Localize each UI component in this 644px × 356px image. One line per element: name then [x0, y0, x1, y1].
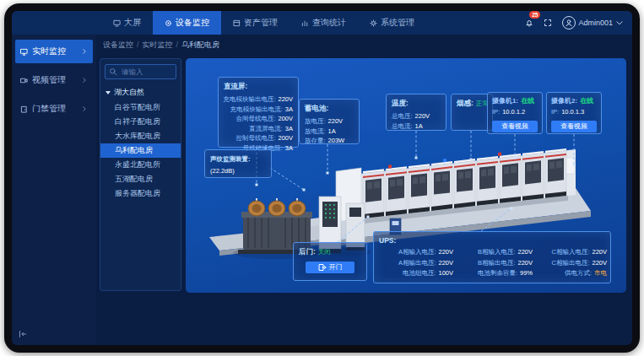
room-monitor-panel: 直流屏: 充电模块输出电压:220V充电模块输出电流:3A合闸母线电压:200V…	[186, 58, 626, 293]
metric-row: A相输出电压:220V	[379, 258, 453, 268]
tree-search[interactable]	[105, 64, 176, 79]
realtime-icon	[20, 48, 28, 56]
sidebar-collapse-icon[interactable]	[19, 330, 27, 338]
tree-root[interactable]: 湖大自然	[106, 87, 176, 98]
camera2-ip-label: IP:	[551, 107, 559, 117]
metric-value: 220V	[438, 258, 453, 268]
battery-panel: 蓄电池: 放电压:220V放电流:1A放存量:203W	[299, 99, 360, 144]
nav-tab-label: 查询统计	[312, 17, 346, 29]
metric-row: 放存量:203W	[305, 136, 354, 146]
camera1-ip: 10.0.1.2	[502, 107, 525, 117]
metric-label: 控制母线电压:	[235, 133, 275, 143]
tree-item-3[interactable]: 大水库配电房	[105, 129, 176, 143]
cabinet	[545, 148, 566, 198]
breadcrumb-separator: /	[137, 40, 139, 49]
open-door-button[interactable]: 开门	[306, 262, 354, 273]
box-icon	[233, 19, 241, 27]
monitor-dot-icon	[165, 19, 172, 27]
avatar	[562, 16, 576, 30]
breadcrumb-item[interactable]: 设备监控	[103, 40, 133, 49]
fullscreen-button-glyph	[544, 19, 552, 27]
gear-icon	[370, 19, 377, 27]
metric-row: B相输入电压:220V	[455, 247, 533, 257]
nav-tab-1[interactable]: 大屏	[101, 11, 153, 35]
fullscreen-button[interactable]	[544, 19, 552, 27]
breadcrumb-item[interactable]: 实时监控	[143, 40, 173, 49]
nav-tab-label: 资产管理	[244, 17, 278, 29]
camera2-view-video-button[interactable]: 查看视频	[551, 121, 597, 132]
search-icon-glyph	[109, 67, 117, 76]
sidebar-item-3[interactable]: 门禁管理	[15, 97, 93, 121]
sidebar: 实时监控视频管理门禁管理	[12, 35, 96, 345]
metric-label: 充电模块输出电压:	[223, 94, 275, 105]
cabinet	[522, 151, 544, 201]
app-window: 大屏设备监控资产管理查询统计系统管理 25 Admin001 实时监控视频管理门…	[12, 11, 632, 345]
tree-item-4[interactable]: 乌利配电房	[100, 143, 181, 158]
dc-screen-title: 直流屏:	[224, 82, 293, 92]
sidebar-item-1[interactable]: 实时监控	[15, 40, 93, 63]
metric-value: 1A	[415, 121, 423, 132]
metric-label: 总电压:	[392, 111, 413, 121]
metric-row: 供电方式:市电	[534, 268, 607, 278]
camera2-panel: 摄像机2: 在线 IP: 10.0.1.3 查看视频	[546, 92, 602, 134]
notification-badge: 25	[529, 11, 540, 19]
bell-icon	[525, 19, 533, 27]
top-navigation-bar: 大屏设备监控资产管理查询统计系统管理 25 Admin001	[12, 11, 632, 35]
nav-tab-3[interactable]: 资产管理	[221, 11, 290, 35]
metric-value: 市电	[594, 268, 607, 278]
camera1-label: 摄像机1:	[492, 96, 518, 105]
metric-label: A相输出电压:	[398, 258, 436, 268]
nav-tab-2[interactable]: 设备监控	[153, 11, 221, 35]
metric-label: 放电流:	[305, 127, 326, 137]
nav-tab-label: 系统管理	[381, 17, 414, 29]
sidebar-item-2[interactable]: 视频管理	[15, 68, 93, 92]
metric-label: C相输出电压:	[551, 258, 589, 268]
user-menu[interactable]: Admin001	[562, 16, 624, 30]
caret-down-icon	[106, 91, 111, 94]
ups-title: UPS:	[379, 236, 605, 245]
chart-icon	[301, 19, 309, 27]
transformer-coils	[248, 198, 306, 216]
metric-label: B相输出电压:	[478, 258, 516, 268]
tree-search-input[interactable]	[120, 67, 172, 77]
metric-row: 总电流:1A	[392, 121, 441, 132]
user-icon	[565, 19, 573, 27]
metric-label: 直流屏电流:	[249, 124, 283, 134]
tree-item-6[interactable]: 五湖配电房	[105, 172, 176, 186]
metric-row: 合闸母线电压:200V	[224, 114, 293, 124]
door-status: 关闭	[318, 247, 331, 257]
nav-tab-4[interactable]: 查询统计	[290, 11, 358, 35]
door-icon	[20, 105, 28, 113]
nav-tab-5[interactable]: 系统管理	[358, 11, 426, 35]
chevron-right-icon	[81, 105, 88, 112]
metric-row: 电池剩余容量:99%	[455, 268, 533, 278]
cabinet	[409, 164, 430, 213]
chevron-down-icon	[615, 19, 624, 27]
notifications-button[interactable]: 25	[525, 15, 533, 30]
cabinet	[500, 154, 521, 203]
cabinet	[454, 159, 475, 208]
metric-value: 220V	[278, 94, 293, 105]
sidebar-item-label: 实时监控	[32, 46, 66, 57]
chevron-right-icon	[81, 48, 88, 55]
metric-value: 200V	[278, 133, 293, 143]
metric-row: 充电模块输出电压:220V	[224, 94, 293, 105]
camera1-view-video-button[interactable]: 查看视频	[492, 121, 538, 132]
tree-item-1[interactable]: 白谷节配电所	[105, 100, 176, 115]
camera1-panel: 摄像机1: 在线 IP: 10.0.1.2 查看视频	[487, 92, 543, 134]
cabinet-tag-red	[388, 165, 392, 168]
metric-row: 总电压:220V	[392, 111, 441, 121]
cabinet	[363, 169, 384, 218]
metric-value: 1A	[328, 127, 336, 137]
metric-label: 总电流:	[392, 121, 413, 132]
metric-label: B相输入电压:	[478, 247, 516, 257]
tree-item-7[interactable]: 服务器配电房	[105, 186, 176, 201]
cabinet	[386, 166, 407, 216]
metric-value: 220V	[415, 111, 430, 121]
door-label: 后门:	[299, 247, 316, 257]
tree-item-2[interactable]: 白祥子配电房	[105, 115, 176, 129]
tree-item-5[interactable]: 永盛北配电所	[105, 158, 176, 172]
cabinet-tag-red	[498, 153, 501, 156]
temperature-title: 温度:	[392, 99, 441, 109]
camera1-status: 在线	[521, 96, 534, 105]
